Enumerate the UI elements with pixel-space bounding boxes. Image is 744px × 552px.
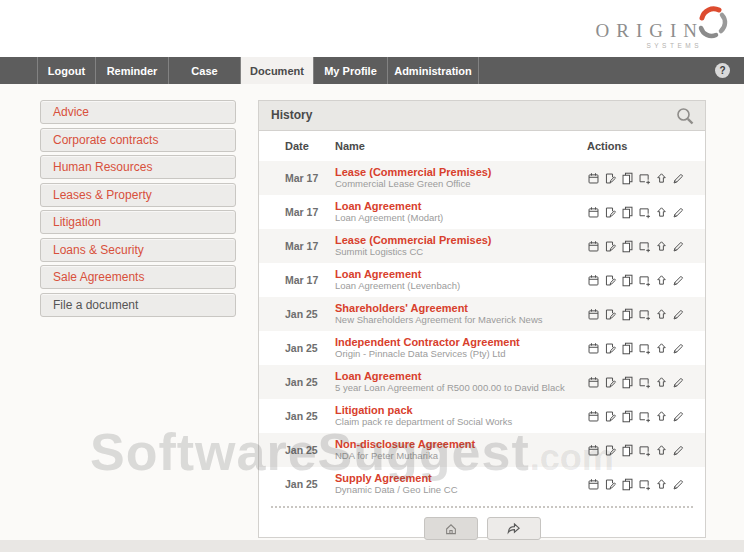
calendar-icon[interactable] [587,206,600,219]
upload-icon[interactable] [655,240,668,253]
document-link[interactable]: Shareholders' Agreement [335,302,587,315]
check-in-icon[interactable] [638,274,651,287]
edit-document-icon[interactable] [604,444,617,457]
edit-document-icon[interactable] [604,172,617,185]
calendar-icon[interactable] [587,376,600,389]
edit-document-icon[interactable] [604,410,617,423]
nav-tab-reminder[interactable]: Reminder [95,57,168,84]
document-link[interactable]: Independent Contractor Agreement [335,336,587,349]
pencil-icon[interactable] [672,274,685,287]
copy-icon[interactable] [621,342,634,355]
help-button[interactable]: ? [715,63,730,78]
sidebar-item-human-resources[interactable]: Human Resources [40,155,236,179]
nav-tab-case[interactable]: Case [168,57,240,84]
upload-icon[interactable] [655,376,668,389]
document-link[interactable]: Lease (Commercial Premises) [335,234,587,247]
table-row[interactable]: Mar 17 Loan Agreement Loan Agreement (Le… [259,263,705,297]
sidebar-item-litigation[interactable]: Litigation [40,210,236,234]
row-date: Jan 25 [285,376,335,388]
document-link[interactable]: Loan Agreement [335,268,587,281]
table-row[interactable]: Mar 17 Lease (Commercial Premises) Summi… [259,229,705,263]
home-button[interactable] [424,517,478,540]
edit-document-icon[interactable] [604,240,617,253]
edit-document-icon[interactable] [604,308,617,321]
sidebar-item-leases-property[interactable]: Leases & Property [40,183,236,207]
upload-icon[interactable] [655,206,668,219]
pencil-icon[interactable] [672,376,685,389]
check-in-icon[interactable] [638,308,651,321]
table-row[interactable]: Jan 25 Litigation pack Claim pack re dep… [259,399,705,433]
edit-document-icon[interactable] [604,274,617,287]
pencil-icon[interactable] [672,206,685,219]
document-link[interactable]: Supply Agreement [335,472,587,485]
pencil-icon[interactable] [672,240,685,253]
pencil-icon[interactable] [672,342,685,355]
nav-tab-logout[interactable]: Logout [37,57,95,84]
check-in-icon[interactable] [638,444,651,457]
pencil-icon[interactable] [672,172,685,185]
calendar-icon[interactable] [587,342,600,355]
copy-icon[interactable] [621,172,634,185]
copy-icon[interactable] [621,376,634,389]
table-row[interactable]: Jan 25 Independent Contractor Agreement … [259,331,705,365]
nav-tab-document[interactable]: Document [240,57,313,84]
document-link[interactable]: Loan Agreement [335,200,587,213]
calendar-icon[interactable] [587,274,600,287]
calendar-icon[interactable] [587,410,600,423]
pencil-icon[interactable] [672,410,685,423]
check-in-icon[interactable] [638,206,651,219]
document-link[interactable]: Non-disclosure Agreement [335,438,587,451]
upload-icon[interactable] [655,478,668,491]
document-description: Commercial Lease Green Office [335,179,587,190]
table-row[interactable]: Jan 25 Non-disclosure Agreement NDA for … [259,433,705,467]
check-in-icon[interactable] [638,376,651,389]
document-link[interactable]: Lease (Commercial Premises) [335,166,587,179]
check-in-icon[interactable] [638,410,651,423]
upload-icon[interactable] [655,444,668,457]
upload-icon[interactable] [655,410,668,423]
nav-tab-my-profile[interactable]: My Profile [313,57,387,84]
check-in-icon[interactable] [638,172,651,185]
edit-document-icon[interactable] [604,342,617,355]
calendar-icon[interactable] [587,308,600,321]
edit-document-icon[interactable] [604,376,617,389]
check-in-icon[interactable] [638,240,651,253]
calendar-icon[interactable] [587,240,600,253]
copy-icon[interactable] [621,410,634,423]
pencil-icon[interactable] [672,444,685,457]
sidebar-item-advice[interactable]: Advice [40,100,236,124]
table-row[interactable]: Mar 17 Loan Agreement Loan Agreement (Mo… [259,195,705,229]
pencil-icon[interactable] [672,478,685,491]
upload-icon[interactable] [655,342,668,355]
table-row[interactable]: Jan 25 Shareholders' Agreement New Share… [259,297,705,331]
forward-button[interactable] [487,517,541,540]
copy-icon[interactable] [621,240,634,253]
table-row[interactable]: Jan 25 Loan Agreement 5 year Loan Agreem… [259,365,705,399]
copy-icon[interactable] [621,478,634,491]
upload-icon[interactable] [655,274,668,287]
check-in-icon[interactable] [638,342,651,355]
calendar-icon[interactable] [587,444,600,457]
upload-icon[interactable] [655,308,668,321]
table-row[interactable]: Jan 25 Supply Agreement Dynamic Data / G… [259,467,705,501]
nav-tab-administration[interactable]: Administration [387,57,479,84]
upload-icon[interactable] [655,172,668,185]
copy-icon[interactable] [621,206,634,219]
copy-icon[interactable] [621,308,634,321]
sidebar-item-loans-security[interactable]: Loans & Security [40,238,236,262]
calendar-icon[interactable] [587,478,600,491]
copy-icon[interactable] [621,444,634,457]
edit-document-icon[interactable] [604,206,617,219]
search-icon[interactable] [675,106,695,126]
sidebar-item-sale-agreements[interactable]: Sale Agreements [40,265,236,289]
check-in-icon[interactable] [638,478,651,491]
sidebar-item-corporate-contracts[interactable]: Corporate contracts [40,128,236,152]
document-link[interactable]: Litigation pack [335,404,587,417]
pencil-icon[interactable] [672,308,685,321]
document-link[interactable]: Loan Agreement [335,370,587,383]
table-row[interactable]: Mar 17 Lease (Commercial Premises) Comme… [259,161,705,195]
sidebar-item-file-a-document[interactable]: File a document [40,293,236,317]
copy-icon[interactable] [621,274,634,287]
edit-document-icon[interactable] [604,478,617,491]
calendar-icon[interactable] [587,172,600,185]
